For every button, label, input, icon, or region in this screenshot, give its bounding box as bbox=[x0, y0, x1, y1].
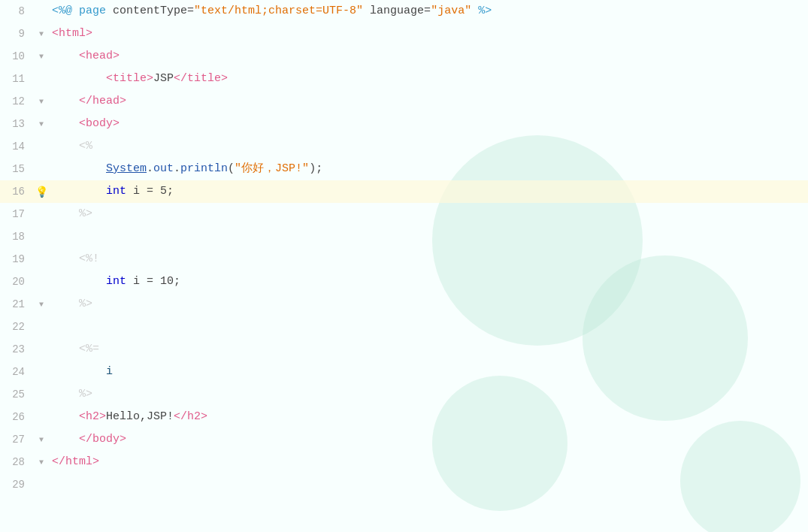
fold-arrow-icon[interactable]: ▼ bbox=[39, 436, 44, 444]
line-content-12: </head> bbox=[49, 90, 808, 113]
token: <%@ bbox=[52, 5, 79, 17]
line-number-17: 17 bbox=[0, 203, 34, 225]
token: "text/html;charset=UTF-8" bbox=[194, 5, 363, 17]
line-content-23: <%= bbox=[49, 338, 808, 361]
line-content-10: <head> bbox=[49, 45, 808, 68]
line-content-11: <title>JSP</title> bbox=[49, 68, 808, 90]
code-line-14: 14 <% bbox=[0, 135, 808, 158]
line-number-16: 16 bbox=[0, 180, 34, 203]
line-gutter-16: 💡 bbox=[34, 186, 49, 198]
line-content-26: <h2>Hello,JSP!</h2> bbox=[49, 406, 808, 428]
code-line-20: 20 int i = 10; bbox=[0, 271, 808, 293]
code-editor: 8<%@ page contentType="text/html;charset… bbox=[0, 0, 808, 532]
line-content-27: </body> bbox=[49, 428, 808, 451]
code-line-18: 18 bbox=[0, 225, 808, 248]
token: . bbox=[174, 162, 180, 175]
token bbox=[52, 298, 79, 310]
line-number-23: 23 bbox=[0, 338, 34, 361]
fold-arrow-icon[interactable]: ▼ bbox=[39, 30, 44, 38]
token: int bbox=[106, 185, 126, 198]
token: </html> bbox=[52, 455, 99, 468]
token bbox=[52, 207, 79, 220]
code-line-10: 10▼ <head> bbox=[0, 45, 808, 68]
code-line-29: 29 bbox=[0, 473, 808, 496]
token: contentType= bbox=[106, 5, 194, 17]
code-line-22: 22 bbox=[0, 316, 808, 338]
line-gutter-10: ▼ bbox=[34, 53, 49, 61]
token: </title> bbox=[174, 72, 228, 85]
token bbox=[52, 343, 79, 355]
token: "你好，JSP!" bbox=[235, 162, 309, 175]
line-number-18: 18 bbox=[0, 225, 34, 248]
code-line-8: 8<%@ page contentType="text/html;charset… bbox=[0, 0, 808, 23]
fold-arrow-icon[interactable]: ▼ bbox=[39, 301, 44, 309]
line-number-15: 15 bbox=[0, 158, 34, 180]
token: %> bbox=[79, 207, 92, 220]
token: i = 10; bbox=[126, 275, 180, 288]
code-line-23: 23 <%= bbox=[0, 338, 808, 361]
code-line-12: 12▼ </head> bbox=[0, 90, 808, 113]
fold-arrow-icon[interactable]: ▼ bbox=[39, 98, 44, 106]
fold-arrow-icon[interactable]: ▼ bbox=[39, 53, 44, 61]
line-number-21: 21 bbox=[0, 293, 34, 316]
line-number-25: 25 bbox=[0, 383, 34, 406]
token: %> bbox=[471, 5, 492, 17]
token: language= bbox=[363, 5, 431, 17]
token: %> bbox=[79, 388, 92, 401]
token: </h2> bbox=[174, 410, 207, 423]
line-number-19: 19 bbox=[0, 248, 34, 271]
line-gutter-28: ▼ bbox=[34, 458, 49, 467]
line-content-9: <html> bbox=[49, 23, 808, 45]
line-number-11: 11 bbox=[0, 68, 34, 90]
token: i = 5; bbox=[126, 185, 174, 198]
line-number-9: 9 bbox=[0, 23, 34, 45]
line-number-27: 27 bbox=[0, 428, 34, 451]
code-line-28: 28▼</html> bbox=[0, 451, 808, 473]
token bbox=[52, 365, 106, 378]
token: . bbox=[147, 162, 153, 175]
code-line-25: 25 %> bbox=[0, 383, 808, 406]
token bbox=[52, 117, 79, 130]
code-line-11: 11 <title>JSP</title> bbox=[0, 68, 808, 90]
line-content-21: %> bbox=[49, 293, 808, 316]
line-content-15: System.out.println("你好，JSP!"); bbox=[49, 158, 808, 180]
line-content-14: <% bbox=[49, 135, 808, 158]
code-line-27: 27▼ </body> bbox=[0, 428, 808, 451]
token bbox=[52, 388, 79, 401]
line-content-20: int i = 10; bbox=[49, 271, 808, 293]
token bbox=[52, 410, 79, 423]
code-line-19: 19 <%! bbox=[0, 248, 808, 271]
token: ( bbox=[228, 162, 235, 175]
token: Hello,JSP! bbox=[106, 410, 174, 423]
fold-arrow-icon[interactable]: ▼ bbox=[39, 120, 44, 128]
bulb-icon[interactable]: 💡 bbox=[35, 186, 48, 198]
token bbox=[52, 185, 106, 198]
line-content-24: i bbox=[49, 361, 808, 383]
token: i bbox=[106, 365, 113, 378]
token: page bbox=[79, 5, 106, 17]
token: %> bbox=[79, 298, 92, 310]
token: System bbox=[106, 162, 147, 175]
token: println bbox=[180, 162, 228, 175]
line-number-29: 29 bbox=[0, 473, 34, 496]
token: "java" bbox=[431, 5, 471, 17]
code-line-15: 15 System.out.println("你好，JSP!"); bbox=[0, 158, 808, 180]
token bbox=[52, 275, 106, 288]
line-number-28: 28 bbox=[0, 451, 34, 473]
token bbox=[52, 433, 79, 446]
line-number-24: 24 bbox=[0, 361, 34, 383]
token: <% bbox=[79, 140, 92, 153]
line-gutter-27: ▼ bbox=[34, 436, 49, 444]
token: </body> bbox=[79, 433, 126, 446]
token: <html> bbox=[52, 27, 92, 40]
code-lines: 8<%@ page contentType="text/html;charset… bbox=[0, 0, 808, 496]
code-line-13: 13▼ <body> bbox=[0, 113, 808, 135]
token bbox=[52, 95, 79, 107]
token bbox=[52, 252, 79, 265]
line-gutter-12: ▼ bbox=[34, 98, 49, 106]
fold-arrow-icon[interactable]: ▼ bbox=[39, 458, 44, 467]
line-content-8: <%@ page contentType="text/html;charset=… bbox=[49, 0, 808, 23]
line-number-8: 8 bbox=[0, 0, 34, 23]
line-number-26: 26 bbox=[0, 406, 34, 428]
token: <body> bbox=[79, 117, 120, 130]
